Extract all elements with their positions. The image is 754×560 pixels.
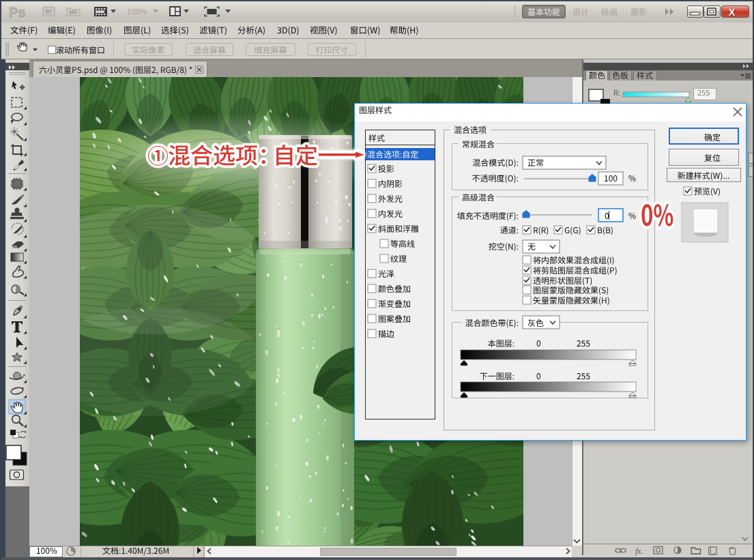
svg-text:Mb: Mb [69, 9, 77, 16]
svg-text:X: X [729, 7, 736, 18]
svg-text:100%: 100% [127, 8, 147, 16]
svg-text:fx.: fx. [635, 546, 643, 556]
svg-text:Br: Br [46, 8, 53, 15]
svg-text:Ps: Ps [9, 5, 25, 20]
